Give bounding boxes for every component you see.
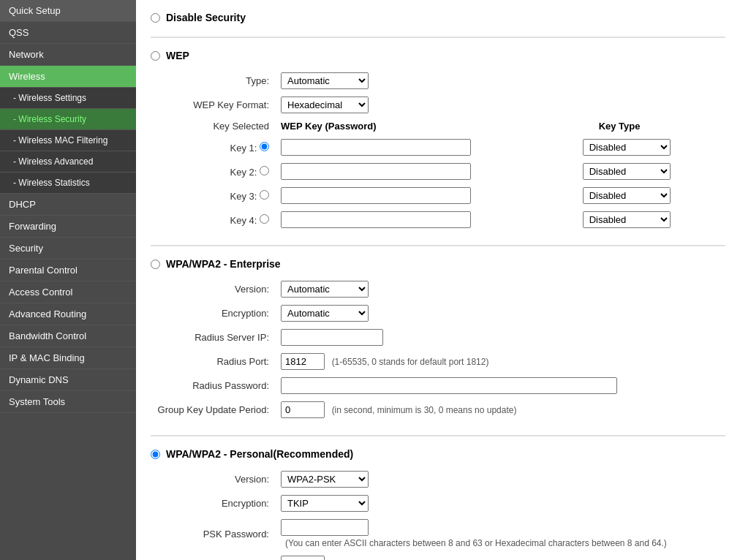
- personal-version-label: Version:: [151, 467, 275, 491]
- radius-port-note: (1-65535, 0 stands for default port 1812…: [332, 357, 489, 367]
- personal-encryption-label: Encryption:: [151, 491, 275, 515]
- sidebar: Quick SetupQSSNetworkWireless- Wireless …: [0, 0, 136, 560]
- wpa-enterprise-section: WPA/WPA2 - Enterprise Version: Automatic…: [151, 258, 725, 422]
- sidebar-item-dynamic-dns[interactable]: Dynamic DNS: [0, 369, 136, 391]
- personal-group-key-input[interactable]: [281, 556, 325, 560]
- disable-security-section: Disable Security: [151, 12, 725, 23]
- sidebar-item-security[interactable]: Security: [0, 238, 136, 260]
- radius-ip-label: Radius Server IP:: [151, 325, 275, 349]
- sidebar-item-wireless-mac-filtering[interactable]: - Wireless MAC Filtering: [0, 130, 136, 151]
- key3-radio[interactable]: [260, 190, 269, 200]
- sidebar-item-ip-mac-binding[interactable]: IP & MAC Binding: [0, 347, 136, 369]
- key1-type-select[interactable]: Disabled64bit128bit152bit: [583, 139, 671, 156]
- wep-type-select[interactable]: Automatic Open System Shared Key: [281, 72, 369, 89]
- key1-input[interactable]: [281, 139, 471, 156]
- wpa-personal-label[interactable]: WPA/WPA2 - Personal(Recommended): [166, 448, 353, 460]
- personal-encryption-row: Encryption: Automatic TKIP AES: [151, 491, 725, 515]
- enterprise-form-table: Version: AutomaticWPAWPA2 Encryption: Au…: [151, 277, 725, 422]
- wep-key-header-row: Key Selected WEP Key (Password) Key Type: [151, 117, 725, 135]
- sidebar-item-wireless-settings[interactable]: - Wireless Settings: [0, 88, 136, 109]
- sidebar-item-network[interactable]: Network: [0, 44, 136, 66]
- enterprise-version-select[interactable]: AutomaticWPAWPA2: [281, 281, 369, 298]
- key2-radio[interactable]: [260, 166, 269, 175]
- sidebar-item-bandwidth-control[interactable]: Bandwidth Control: [0, 325, 136, 347]
- wpa-personal-radio[interactable]: [151, 450, 160, 459]
- disable-security-label[interactable]: Disable Security: [166, 12, 246, 23]
- radius-ip-row: Radius Server IP:: [151, 325, 725, 349]
- key3-input[interactable]: [281, 187, 471, 204]
- enterprise-group-key-input[interactable]: [281, 401, 325, 418]
- enterprise-version-label: Version:: [151, 277, 275, 301]
- personal-form-table: Version: Automatic WPA-PSK WPA2-PSK Encr…: [151, 467, 725, 560]
- wep-section: WEP Type: Automatic Open System Shared K…: [151, 50, 725, 232]
- radius-ip-input[interactable]: [281, 329, 383, 346]
- key3-type-select[interactable]: Disabled64bit128bit152bit: [583, 187, 671, 204]
- wep-key-format-select[interactable]: Hexadecimal ASCII: [281, 97, 369, 113]
- wep-key3-row: Key 3: Disabled64bit128bit152bit: [151, 183, 725, 208]
- personal-encryption-select[interactable]: Automatic TKIP AES: [281, 495, 369, 512]
- enterprise-group-key-row: Group Key Update Period: (in second, min…: [151, 398, 725, 422]
- enterprise-version-row: Version: AutomaticWPAWPA2: [151, 277, 725, 301]
- wep-key-format-label: WEP Key Format:: [151, 93, 275, 117]
- enterprise-encryption-select[interactable]: AutomaticTKIPAES: [281, 305, 369, 322]
- personal-group-key-row: Group Key Update Period: Seconds (Keep i…: [151, 552, 725, 560]
- psk-password-input[interactable]: [281, 519, 369, 536]
- sidebar-item-forwarding[interactable]: Forwarding: [0, 216, 136, 238]
- key-selected-col: Key Selected: [151, 117, 275, 135]
- personal-group-key-label: Group Key Update Period:: [151, 552, 275, 560]
- wep-radio[interactable]: [151, 51, 160, 61]
- wep-key4-row: Key 4: Disabled64bit128bit152bit: [151, 208, 725, 232]
- disable-security-radio[interactable]: [151, 13, 160, 23]
- psk-password-label: PSK Password:: [151, 515, 275, 552]
- key4-label: Key 4:: [230, 215, 257, 226]
- main-content: Disable Security WEP Type: Automatic Ope…: [136, 0, 740, 560]
- radius-port-row: Radius Port: (1-65535, 0 stands for defa…: [151, 349, 725, 374]
- key2-label: Key 2:: [230, 167, 257, 178]
- radius-port-label: Radius Port:: [151, 349, 275, 374]
- key4-type-select[interactable]: Disabled64bit128bit152bit: [583, 211, 671, 228]
- wep-type-label: Type:: [151, 69, 275, 93]
- sidebar-item-qss[interactable]: QSS: [0, 22, 136, 44]
- wpa-enterprise-label[interactable]: WPA/WPA2 - Enterprise: [166, 258, 281, 270]
- personal-version-select[interactable]: Automatic WPA-PSK WPA2-PSK: [281, 471, 369, 488]
- personal-version-row: Version: Automatic WPA-PSK WPA2-PSK: [151, 467, 725, 491]
- radius-port-input[interactable]: [281, 353, 325, 370]
- wep-form-table: Type: Automatic Open System Shared Key W…: [151, 69, 725, 232]
- enterprise-group-key-note: (in second, minimum is 30, 0 means no up…: [332, 405, 517, 415]
- sidebar-item-wireless-advanced[interactable]: - Wireless Advanced: [0, 151, 136, 173]
- psk-password-hint: (You can enter ASCII characters between …: [285, 538, 720, 548]
- sidebar-item-parental-control[interactable]: Parental Control: [0, 260, 136, 281]
- wep-key-col: WEP Key (Password): [275, 117, 577, 135]
- enterprise-encryption-row: Encryption: AutomaticTKIPAES: [151, 301, 725, 325]
- sidebar-item-system-tools[interactable]: System Tools: [0, 391, 136, 413]
- wpa-enterprise-radio[interactable]: [151, 260, 160, 269]
- key2-type-select[interactable]: Disabled64bit128bit152bit: [583, 163, 671, 180]
- key-type-col: Key Type: [577, 117, 725, 135]
- enterprise-group-key-label: Group Key Update Period:: [151, 398, 275, 422]
- wep-key-format-row: WEP Key Format: Hexadecimal ASCII: [151, 93, 725, 117]
- sidebar-item-advanced-routing[interactable]: Advanced Routing: [0, 303, 136, 325]
- sidebar-item-wireless[interactable]: Wireless: [0, 66, 136, 88]
- key1-label: Key 1:: [230, 143, 257, 154]
- key2-input[interactable]: [281, 163, 471, 180]
- radius-password-label: Radius Password:: [151, 374, 275, 398]
- key4-input[interactable]: [281, 211, 471, 228]
- wep-key2-row: Key 2: Disabled64bit128bit152bit: [151, 159, 725, 183]
- wep-label[interactable]: WEP: [166, 50, 189, 61]
- sidebar-item-dhcp[interactable]: DHCP: [0, 194, 136, 216]
- wep-key1-row: Key 1: Disabled64bit128bit152bit: [151, 135, 725, 159]
- radius-password-row: Radius Password:: [151, 374, 725, 398]
- key4-radio[interactable]: [260, 214, 269, 224]
- enterprise-encryption-label: Encryption:: [151, 301, 275, 325]
- psk-password-row: PSK Password: (You can enter ASCII chara…: [151, 515, 725, 552]
- wpa-personal-section: WPA/WPA2 - Personal(Recommended) Version…: [151, 448, 725, 560]
- sidebar-item-quick-setup[interactable]: Quick Setup: [0, 0, 136, 22]
- sidebar-item-wireless-security[interactable]: - Wireless Security: [0, 109, 136, 130]
- wep-type-row: Type: Automatic Open System Shared Key: [151, 69, 725, 93]
- key3-label: Key 3:: [230, 191, 257, 202]
- sidebar-item-access-control[interactable]: Access Control: [0, 281, 136, 303]
- sidebar-item-wireless-statistics[interactable]: - Wireless Statistics: [0, 173, 136, 194]
- radius-password-input[interactable]: [281, 377, 617, 394]
- key1-radio[interactable]: [260, 142, 269, 151]
